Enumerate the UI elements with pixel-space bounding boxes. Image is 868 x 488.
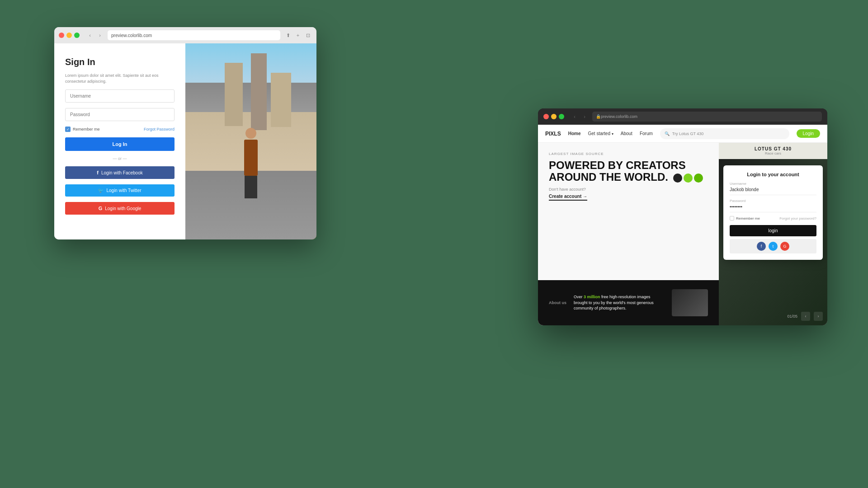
browser-content-left: Sign In Lorem ipsum dolor sit amet elit.… (54, 43, 316, 239)
address-bar-right[interactable]: 🔒 preview.colorlib.com (592, 112, 822, 122)
browser-window-right: ‹ › 🔒 preview.colorlib.com PIXLS Home Ge… (538, 108, 827, 325)
address-text-right: preview.colorlib.com (601, 114, 637, 119)
sidebar-icon[interactable]: ⊡ (304, 31, 312, 39)
remember-row: Remember me Forgot Password (65, 127, 175, 132)
slider-navigation: 01/05 ‹ › (787, 312, 823, 321)
prev-slide-button[interactable]: ‹ (801, 312, 810, 321)
pixls-main-content: LARGEST IMAGE SOURCE POWERED BY CREATORS… (538, 143, 827, 325)
username-input[interactable] (65, 89, 175, 103)
back-icon[interactable]: ‹ (86, 31, 94, 39)
login-card-title: Login to your account (730, 172, 816, 177)
browser-toolbar-left: ‹ › preview.colorlib.com ⬆ + ⊡ (54, 27, 316, 43)
next-slide-button[interactable]: › (814, 312, 823, 321)
login-button[interactable]: Log In (65, 137, 175, 151)
share-icon[interactable]: ⬆ (284, 31, 292, 39)
remember-checkbox[interactable] (65, 127, 71, 132)
about-section: About us Over 3 million free high-resolu… (538, 280, 719, 325)
forgot-password-link[interactable]: Forgot Password (144, 127, 175, 131)
car-label-area: LOTUS GT 430 Race cars (719, 143, 827, 159)
address-bar-left[interactable]: preview.colorlib.com (108, 30, 280, 40)
chevron-down-icon: ▾ (612, 132, 613, 136)
card-remember-row: Remember me Forgot your password? (730, 216, 816, 221)
toggle-green2 (694, 174, 703, 183)
card-password-label: Password (730, 199, 816, 203)
pixls-search[interactable]: 🔍 Try Lotus GT 430 (660, 128, 789, 139)
new-tab-icon[interactable]: + (294, 31, 302, 39)
password-input[interactable] (65, 108, 175, 121)
card-facebook-icon[interactable]: f (757, 242, 766, 251)
traffic-lights-left (59, 33, 80, 38)
hero-section: LARGEST IMAGE SOURCE POWERED BY CREATORS… (538, 143, 719, 280)
traffic-lights-right (543, 114, 564, 119)
browser-nav-left: ‹ › (86, 31, 104, 39)
login-card: Login to your account Username Jackob bl… (723, 165, 823, 260)
slide-number: 01/05 (787, 314, 797, 319)
twitter-icon: 🐦 (98, 188, 104, 193)
nav-about[interactable]: About (621, 131, 632, 136)
card-login-button[interactable]: login (730, 225, 816, 236)
car-title: LOTUS GT 430 (724, 146, 822, 151)
forward-icon[interactable]: › (96, 31, 104, 39)
card-twitter-icon[interactable]: t (769, 242, 778, 251)
card-remember-group: Remember me (730, 216, 760, 221)
dont-have-account-text: Don't have account? (549, 187, 708, 192)
signin-title: Sign In (65, 57, 175, 67)
hero-title: POWERED BY CREATORS AROUND THE WORLD. (549, 160, 708, 183)
search-placeholder: Try Lotus GT 430 (672, 131, 704, 136)
about-label: About us (549, 300, 566, 305)
address-text: preview.colorlib.com (111, 33, 152, 38)
create-account-link[interactable]: Create account → (549, 194, 587, 201)
desktop: ‹ › preview.colorlib.com ⬆ + ⊡ Sign In L… (0, 0, 868, 488)
nav-forum[interactable]: Forum (640, 131, 653, 136)
maximize-button-right[interactable] (559, 114, 564, 119)
street-scene (185, 43, 316, 239)
signin-panel: Sign In Lorem ipsum dolor sit amet elit.… (54, 43, 185, 239)
search-icon: 🔍 (665, 131, 670, 136)
person-body (244, 140, 258, 176)
pixls-logo: PIXLS (545, 131, 561, 137)
toggle-group (673, 174, 703, 183)
maximize-button-left[interactable] (74, 33, 80, 38)
lock-icon: 🔒 (596, 114, 601, 119)
about-highlight: 3 million (584, 295, 600, 299)
close-button-left[interactable] (59, 33, 64, 38)
back-icon-right[interactable]: ‹ (571, 113, 579, 121)
about-car-thumbnail (672, 289, 708, 316)
card-google-icon[interactable]: G (780, 242, 789, 251)
card-remember-checkbox[interactable] (730, 216, 734, 221)
signin-subtitle: Lorem ipsum dolor sit amet elit. Sapient… (65, 73, 175, 84)
building-1 (225, 63, 243, 126)
remember-left: Remember me (65, 127, 100, 132)
pixls-login-button[interactable]: Login (797, 129, 820, 138)
nav-get-started[interactable]: Get started ▾ (588, 131, 613, 136)
card-forgot-link[interactable]: Forgot your password? (779, 216, 816, 221)
facebook-icon: f (97, 170, 99, 175)
card-remember-label: Remember me (736, 216, 760, 221)
nav-home[interactable]: Home (568, 131, 581, 136)
minimize-button-right[interactable] (551, 114, 557, 119)
hero-tag: LARGEST IMAGE SOURCE (549, 152, 708, 156)
minimize-button-left[interactable] (66, 33, 72, 38)
signin-image-panel (185, 43, 316, 239)
browser-actions-left: ⬆ + ⊡ (284, 31, 312, 39)
building-3 (271, 73, 291, 127)
card-password-value[interactable]: •••••••• (730, 204, 816, 212)
card-username-value[interactable]: Jackob blonde (730, 187, 816, 195)
person-legs (245, 176, 257, 198)
pixls-navbar: PIXLS Home Get started ▾ About Forum 🔍 T… (538, 125, 827, 143)
browser-toolbar-right: ‹ › 🔒 preview.colorlib.com (538, 108, 827, 125)
pixls-left-panel: LARGEST IMAGE SOURCE POWERED BY CREATORS… (538, 143, 719, 325)
toggle-green1 (684, 174, 693, 183)
google-icon: G (99, 206, 103, 211)
google-login-button[interactable]: G Login with Google (65, 202, 175, 215)
close-button-right[interactable] (543, 114, 549, 119)
toggle-dark (673, 174, 682, 183)
pixls-right-panel: LOTUS GT 430 Race cars Login to your acc… (719, 143, 827, 325)
forward-icon-right[interactable]: › (580, 113, 589, 121)
person-figure (237, 128, 264, 200)
facebook-login-button[interactable]: f Login with Facebook (65, 166, 175, 179)
person-head (245, 128, 256, 139)
twitter-login-button[interactable]: 🐦 Login with Twitter (65, 184, 175, 197)
browser-nav-right: ‹ › (571, 113, 589, 121)
create-account-section: Don't have account? Create account → (549, 187, 708, 201)
